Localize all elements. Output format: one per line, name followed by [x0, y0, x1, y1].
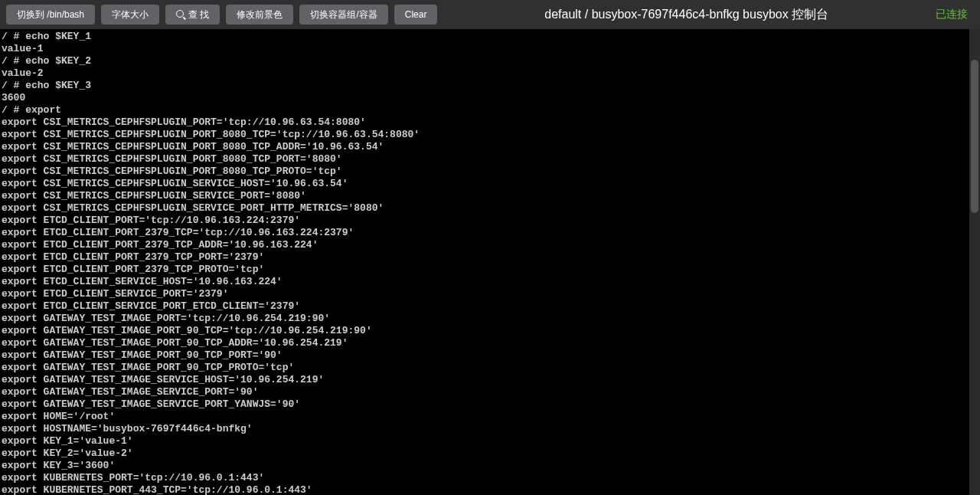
font-size-button[interactable]: 字体大小: [101, 5, 159, 25]
scrollbar-thumb[interactable]: [971, 60, 978, 213]
clear-button[interactable]: Clear: [394, 5, 438, 25]
search-icon: [176, 10, 185, 19]
toolbar: 切换到 /bin/bash 字体大小 查 找 修改前景色 切换容器组/容器 Cl…: [0, 0, 980, 29]
fgcolor-button[interactable]: 修改前景色: [226, 5, 293, 25]
search-label: 查 找: [188, 10, 209, 19]
switch-container-button[interactable]: 切换容器组/容器: [299, 5, 387, 25]
scrollbar[interactable]: [969, 29, 980, 495]
terminal-output[interactable]: / # echo $KEY_1 value-1 / # echo $KEY_2 …: [0, 29, 980, 495]
console-title: default / busybox-7697f446c4-bnfkg busyb…: [443, 7, 929, 23]
switch-shell-button[interactable]: 切换到 /bin/bash: [6, 5, 95, 25]
connection-status: 已连接: [936, 8, 968, 21]
search-button[interactable]: 查 找: [165, 5, 220, 25]
